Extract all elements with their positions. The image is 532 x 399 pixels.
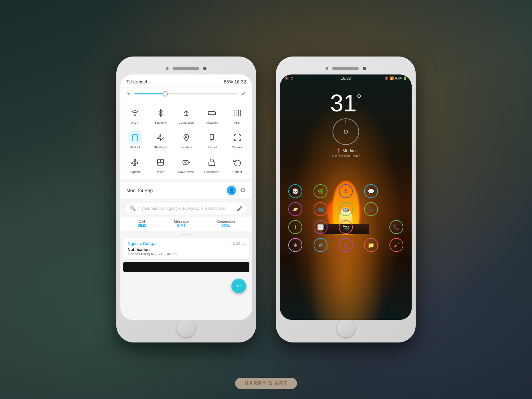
svg-point-0 bbox=[135, 115, 135, 116]
app-flower[interactable]: ❀ bbox=[285, 238, 306, 252]
app-facebook[interactable]: f bbox=[335, 184, 356, 198]
app-square[interactable]: ⬜ bbox=[310, 220, 331, 234]
tile-airplane[interactable]: Airplane bbox=[123, 153, 147, 176]
connection-icon bbox=[180, 106, 193, 120]
notif-body: Ngecas using AC, 63%, 40.9°C bbox=[128, 252, 245, 256]
app-phone[interactable]: 📞 bbox=[386, 220, 407, 234]
vibration-icon bbox=[205, 106, 218, 120]
wlan-icon bbox=[128, 106, 142, 120]
reboot-label: Reboot bbox=[232, 170, 242, 174]
tile-lockscreen[interactable]: Lockscreen bbox=[200, 153, 224, 176]
app-download[interactable]: ⬇ bbox=[285, 220, 306, 234]
front-camera bbox=[203, 67, 206, 70]
mic-icon[interactable]: 🎤 bbox=[237, 206, 242, 211]
right-phone: 🔇 ⊙ 16:32 🔇 📶 63% 🔋 31° bbox=[276, 57, 416, 342]
shade-header: Telkomsel 63% 16:32 bbox=[120, 74, 252, 87]
action-message[interactable]: Message SIM1 bbox=[174, 219, 189, 227]
fab-button[interactable]: ↩ bbox=[231, 279, 246, 293]
tile-wlan[interactable]: WLAN bbox=[123, 104, 147, 127]
action-call-label: Call bbox=[138, 219, 146, 223]
tile-portrait[interactable]: Portrait bbox=[123, 128, 147, 152]
flashlight-label: Flashlight bbox=[154, 146, 167, 149]
watermark: HARRY'S ART bbox=[235, 378, 297, 389]
app-chat[interactable]: 💬 bbox=[360, 184, 382, 198]
brightness-fill bbox=[134, 93, 165, 94]
tile-vibration[interactable]: Vibration bbox=[200, 104, 224, 127]
tile-apn[interactable]: APN bbox=[225, 104, 249, 127]
notif-expand-icon[interactable]: ∨ bbox=[242, 242, 245, 246]
svg-point-7 bbox=[185, 136, 187, 138]
brightness-thumb[interactable] bbox=[163, 91, 168, 96]
app-android[interactable]: 🤖 bbox=[335, 202, 356, 216]
tile-invert[interactable]: Invert bbox=[149, 153, 173, 176]
location-pin-icon: 📍 bbox=[336, 148, 341, 153]
apn-icon bbox=[231, 106, 244, 120]
action-message-sub: SIM1 bbox=[174, 223, 189, 227]
right-home-button[interactable] bbox=[337, 319, 355, 337]
homescreen-status-bar: 🔇 ⊙ 16:32 🔇 📶 63% 🔋 bbox=[280, 74, 412, 82]
tile-flashlight[interactable]: Flashlight bbox=[149, 128, 173, 152]
compass-center bbox=[344, 130, 348, 134]
flashlight-icon bbox=[154, 131, 167, 144]
notif-app-name: Ngecas Coeg... bbox=[128, 241, 156, 246]
hotspot-label: Hotspot bbox=[206, 146, 217, 149]
action-connection-label: Connection bbox=[216, 219, 235, 223]
connection-label: Connection bbox=[179, 121, 194, 124]
shade-date: Mon, 24 Sep bbox=[126, 188, 153, 193]
app-camera[interactable]: 📷 bbox=[335, 220, 356, 234]
shade-date-icons: 👤 ⚙ bbox=[227, 186, 246, 195]
invert-label: Invert bbox=[157, 170, 165, 174]
right-speaker bbox=[332, 67, 359, 70]
svg-rect-8 bbox=[210, 134, 213, 140]
left-home-button[interactable] bbox=[177, 319, 195, 337]
weather-widget: 31° 📍 Medan 2018/09/24 15:47 bbox=[280, 84, 412, 158]
notif-time-row: 16:32 ∨ bbox=[231, 242, 245, 246]
done-icon[interactable]: ✔ bbox=[241, 90, 246, 97]
app-hashtag[interactable]: # bbox=[310, 238, 331, 252]
status-vibrate-icon: 🔇 bbox=[285, 76, 289, 80]
settings-icon[interactable]: ⚙ bbox=[240, 186, 246, 195]
wlan-label: WLAN bbox=[131, 121, 139, 124]
temperature-display: 31° bbox=[280, 91, 412, 115]
carrier-label: Telkomsel bbox=[126, 79, 147, 84]
app-empty3 bbox=[360, 220, 382, 234]
app-settings[interactable]: ⚙ bbox=[335, 238, 356, 252]
app-planet[interactable]: 🪐 bbox=[285, 202, 306, 216]
google-search-bar[interactable]: 🔍 n your hand with google. Everyday is a… bbox=[125, 203, 247, 214]
tile-capture[interactable]: Capture bbox=[225, 128, 249, 152]
app-skull[interactable]: 💀 bbox=[285, 184, 306, 198]
app-video[interactable]: 📹 bbox=[310, 202, 331, 216]
tile-savepower[interactable]: Save Power bbox=[174, 153, 199, 176]
action-call[interactable]: Call SIM2 bbox=[138, 219, 146, 227]
action-connection-sub: SIM1 bbox=[216, 223, 235, 227]
notif-time: 16:32 bbox=[231, 242, 240, 246]
divider bbox=[180, 234, 193, 235]
right-phone-top-bar bbox=[280, 63, 412, 74]
action-connection[interactable]: Connection SIM1 bbox=[216, 219, 235, 227]
battery-time-label: 63% 16:32 bbox=[224, 79, 246, 84]
hotspot-icon bbox=[205, 131, 218, 144]
svg-rect-11 bbox=[209, 162, 215, 166]
app-folder[interactable]: 📁 bbox=[360, 238, 382, 252]
quick-actions-row: Call SIM2 Message SIM1 Connection SIM1 bbox=[120, 217, 252, 231]
tile-hotspot[interactable]: Hotspot bbox=[200, 128, 224, 152]
app-paint[interactable]: 🖌 bbox=[386, 238, 407, 252]
status-mute-icon: 🔇 bbox=[384, 76, 388, 80]
tile-bluetooth[interactable]: Bluetooth bbox=[149, 104, 173, 127]
status-left: 🔇 ⊙ bbox=[285, 76, 293, 80]
temp-unit: ° bbox=[357, 92, 361, 106]
front-camera-dot bbox=[166, 67, 169, 70]
tile-connection[interactable]: Connection bbox=[174, 104, 199, 127]
brightness-slider[interactable] bbox=[134, 93, 238, 94]
reboot-icon bbox=[231, 156, 244, 169]
right-front-camera bbox=[363, 67, 366, 70]
tile-reboot[interactable]: Reboot bbox=[225, 153, 249, 176]
quick-tiles-grid: WLAN Bluetooth bbox=[120, 100, 252, 180]
left-phone-top-bar bbox=[120, 63, 252, 74]
app-empty2 bbox=[386, 202, 407, 216]
tile-location[interactable]: Location bbox=[174, 128, 199, 152]
app-leaf[interactable]: 🌿 bbox=[310, 184, 331, 198]
notif-title: Notification bbox=[128, 247, 245, 252]
app-whatsapp[interactable]: 📞 bbox=[360, 202, 382, 216]
user-avatar[interactable]: 👤 bbox=[227, 186, 236, 195]
